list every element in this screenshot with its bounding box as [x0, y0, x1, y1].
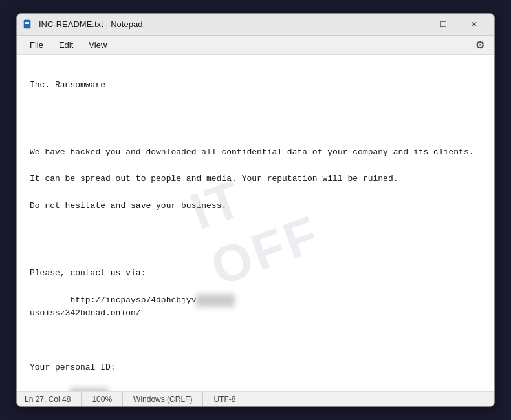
line-ransomware: Inc. Ransomware: [30, 80, 105, 90]
maximize-button[interactable]: ☐: [428, 16, 458, 33]
svg-rect-1: [25, 22, 29, 23]
close-button[interactable]: ✕: [459, 16, 489, 33]
titlebar: INC-README.txt - Notepad — ☐ ✕: [17, 14, 494, 36]
app-icon: [22, 19, 34, 30]
line-hesitate: Do not hesitate and save your business.: [30, 201, 226, 211]
window-title: INC-README.txt - Notepad: [39, 19, 397, 29]
text-content: Inc. Ransomware ​ We have hacked you and…: [30, 65, 481, 391]
cursor-position: Ln 27, Col 48: [25, 392, 82, 406]
encoding: UTF-8: [203, 392, 246, 406]
line-contact: Please, contact us via:: [30, 268, 146, 278]
line-url1: http://incpaysp74dphcbjyv​​​​​​​​​​​​uso…: [30, 295, 235, 319]
settings-icon[interactable]: ⚙: [472, 37, 488, 53]
blurred-url1: ​​​​​​​​​​​​: [196, 294, 235, 308]
line-personal-id: Your personal ID:: [30, 362, 116, 372]
line-id-value: ​​​​​​​​​​​​​​​: [30, 389, 109, 391]
menubar: File Edit View ⚙: [17, 36, 494, 55]
blurred-id: ​​​​​​​​​​​​​​​: [70, 388, 109, 391]
line-hacked: We have hacked you and downloaded all co…: [30, 147, 474, 157]
line-ending: Windows (CRLF): [123, 392, 203, 406]
menu-view[interactable]: View: [81, 37, 114, 52]
notepad-window: INC-README.txt - Notepad — ☐ ✕ File Edit…: [16, 13, 495, 407]
line-spread: It can be spread out to people and media…: [30, 174, 398, 184]
text-editor[interactable]: ITOFF Inc. Ransomware ​ We have hacked y…: [17, 55, 494, 391]
menu-file[interactable]: File: [22, 37, 51, 52]
svg-rect-2: [25, 23, 29, 24]
minimize-button[interactable]: —: [397, 16, 427, 33]
statusbar: Ln 27, Col 48 100% Windows (CRLF) UTF-8: [17, 391, 494, 406]
window-controls: — ☐ ✕: [397, 16, 489, 33]
zoom-level: 100%: [82, 392, 123, 406]
menu-edit[interactable]: Edit: [51, 37, 81, 52]
svg-rect-3: [25, 25, 28, 25]
